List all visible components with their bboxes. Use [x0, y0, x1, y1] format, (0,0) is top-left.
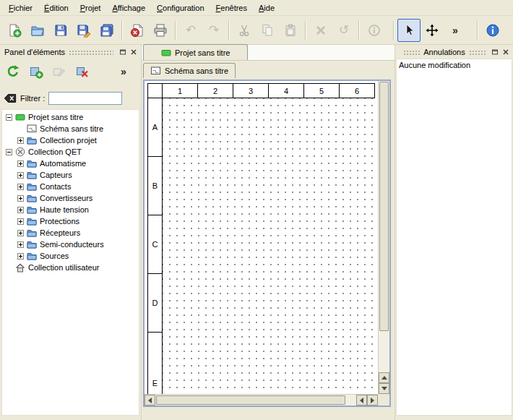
tree-item-protections[interactable]: Protections	[2, 215, 139, 227]
scroll-right-button[interactable]	[367, 395, 378, 406]
menu-affichage[interactable]: Affichage	[106, 1, 151, 14]
scroll-down-button[interactable]	[379, 383, 389, 394]
info-button[interactable]	[363, 19, 386, 42]
close-panel-button[interactable]	[501, 47, 511, 57]
expand-expander[interactable]	[17, 253, 24, 260]
copy-button[interactable]	[256, 19, 279, 42]
scroll-left-button[interactable]	[145, 395, 155, 406]
horizontal-scrollbar-track[interactable]	[155, 395, 356, 406]
dock-grip[interactable]	[69, 49, 113, 55]
panel-more-button[interactable]: »	[113, 61, 134, 82]
tree-item-recepteurs[interactable]: Récepteurs	[2, 227, 139, 239]
tree-item-haute-tension[interactable]: Haute tension	[2, 204, 139, 215]
collapse-expander[interactable]	[6, 149, 12, 155]
float-panel-button[interactable]	[490, 47, 500, 57]
expand-expander[interactable]	[17, 184, 24, 190]
expand-expander[interactable]	[17, 172, 24, 179]
expand-expander[interactable]	[17, 207, 24, 213]
save-as-button[interactable]	[72, 19, 95, 42]
new-project-button[interactable]	[3, 19, 26, 42]
menu-fichier[interactable]: Fichier	[3, 1, 38, 14]
tree-item-collection-qet[interactable]: Collection QET	[2, 146, 139, 158]
tree-item-sources[interactable]: Sources	[2, 250, 139, 262]
delete-element-icon	[75, 64, 90, 79]
tree-item-convertisseurs[interactable]: Convertisseurs	[2, 192, 139, 204]
expand-expander[interactable]	[17, 230, 24, 236]
vertical-scrollbar-thumb[interactable]	[379, 82, 389, 331]
project-tab[interactable]: Projet sans titre	[143, 44, 248, 60]
save-all-icon	[100, 23, 114, 38]
project-tab-label: Projet sans titre	[175, 48, 230, 57]
expand-expander[interactable]	[17, 241, 24, 248]
filter-input[interactable]	[48, 92, 122, 105]
redo-button[interactable]: ↷	[202, 19, 225, 42]
project-workspace: Schéma sans titre 1 2 3 4 5 6	[142, 61, 395, 420]
schema-tab[interactable]: Schéma sans titre	[143, 63, 236, 78]
menu-aide[interactable]: Aide	[253, 1, 280, 14]
scroll-up-button[interactable]	[379, 372, 389, 383]
diagram-viewport[interactable]: 1 2 3 4 5 6 A B C D E	[145, 81, 378, 394]
rotate-button[interactable]: ↺	[332, 19, 355, 42]
menu-fenetres[interactable]: Fenêtres	[210, 1, 253, 14]
scroll-left-button-2[interactable]	[356, 395, 367, 406]
tree-item-contacts[interactable]: Contacts	[2, 181, 139, 192]
expand-expander[interactable]	[17, 137, 24, 144]
undo-history-list[interactable]: Aucune modification	[396, 59, 512, 416]
folder-icon	[27, 170, 37, 180]
dock-grip[interactable]	[469, 49, 486, 55]
delete-button[interactable]	[309, 19, 332, 42]
cursor-arrow-icon	[402, 23, 416, 38]
toolbar-separator	[305, 21, 306, 40]
print-button[interactable]	[149, 19, 172, 42]
menu-configuration[interactable]: Configuration	[151, 1, 210, 14]
move-tool-button[interactable]	[421, 19, 444, 42]
print-icon	[153, 23, 168, 38]
tree-item-collection-utilisateur[interactable]: Collection utilisateur	[2, 262, 139, 273]
paste-button[interactable]	[279, 19, 302, 42]
toolbar-more-button[interactable]: »	[444, 19, 467, 42]
expand-expander[interactable]	[17, 160, 24, 167]
undo-panel-titlebar[interactable]: Annulations	[395, 45, 513, 59]
diagram-grid[interactable]	[163, 98, 375, 394]
menu-edition[interactable]: Édition	[38, 1, 74, 14]
about-info-icon	[486, 23, 500, 38]
vertical-scrollbar[interactable]	[378, 81, 389, 394]
float-panel-button[interactable]	[118, 47, 128, 57]
folder-icon	[27, 193, 37, 203]
tree-item-project[interactable]: Projet sans titre	[2, 111, 139, 123]
close-panel-button[interactable]	[129, 47, 139, 57]
new-element-icon	[29, 64, 43, 79]
undo-button[interactable]: ↶	[179, 19, 202, 42]
expand-expander[interactable]	[17, 195, 24, 202]
cut-button[interactable]	[233, 19, 256, 42]
tree-item-label: Haute tension	[40, 205, 89, 214]
tree-item-capteurs[interactable]: Capteurs	[2, 169, 139, 181]
save-all-button[interactable]	[95, 19, 118, 42]
new-element-button[interactable]	[26, 61, 46, 82]
select-tool-button[interactable]	[397, 19, 421, 42]
delete-element-button[interactable]	[72, 61, 92, 82]
save-button[interactable]	[49, 19, 72, 42]
tree-item-schema[interactable]: Schéma sans titre	[2, 123, 139, 134]
collapse-expander[interactable]	[6, 114, 12, 121]
elements-tree: Projet sans titre Schéma sans titre Coll…	[1, 109, 139, 416]
menu-projet[interactable]: Projet	[74, 1, 107, 14]
close-file-button[interactable]	[126, 19, 149, 42]
reload-collections-button[interactable]	[3, 61, 23, 82]
open-project-button[interactable]	[26, 19, 49, 42]
edit-element-button[interactable]	[49, 61, 69, 82]
expand-expander[interactable]	[17, 218, 24, 225]
tree-item-collection-projet[interactable]: Collection projet	[2, 134, 139, 146]
down-arrow-icon	[381, 387, 387, 390]
save-as-icon	[77, 23, 91, 38]
about-button[interactable]	[481, 19, 504, 42]
clear-filter-icon[interactable]	[4, 93, 17, 104]
dock-grip[interactable]	[403, 49, 420, 55]
tree-item-automatisme[interactable]: Automatisme	[2, 158, 139, 169]
tree-item-semi-conducteurs[interactable]: Semi-conducteurs	[2, 239, 139, 250]
horizontal-scrollbar-thumb[interactable]	[156, 395, 345, 405]
elements-panel-titlebar[interactable]: Panel d'éléments	[0, 45, 141, 59]
horizontal-scrollbar[interactable]	[145, 394, 378, 406]
reload-icon	[6, 64, 20, 79]
right-arrow-icon	[371, 398, 374, 403]
